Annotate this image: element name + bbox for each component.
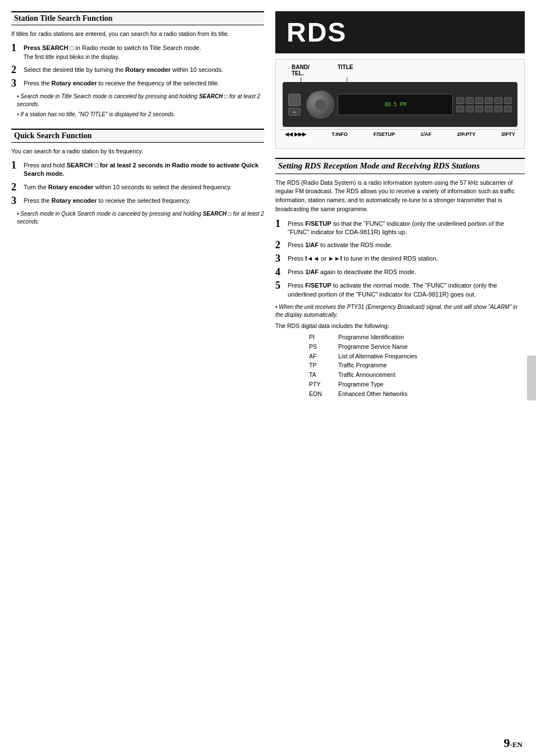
qs-step-1-content: Press and hold SEARCH □ for at least 2 s…: [24, 161, 264, 179]
rds-step-num-2: 2: [275, 240, 284, 250]
rds-code-ta: TA: [309, 370, 329, 380]
rds-code-ps: PS: [309, 342, 329, 352]
qs-step-number-3: 3: [11, 195, 20, 206]
rds-step-3: 3 Press I◄◄ or ►►I to tune in the desire…: [275, 254, 525, 263]
rds-desc-ta: Traffic Announcement: [338, 370, 525, 380]
rds-step-4: 4 Press 1/AF again to deactivate the RDS…: [275, 268, 525, 277]
station-title-section-header: Station Title Search Function: [11, 11, 264, 25]
rds-code-pty: PTY: [309, 380, 329, 389]
step-number-1: 1: [11, 43, 20, 61]
rds-step-num-4: 4: [275, 267, 284, 277]
rds-step-num-5: 5: [275, 280, 284, 299]
right-column: RDS BAND/TEL. TITLE ▲: [275, 11, 525, 745]
device-btn-9: [475, 106, 483, 112]
rds-code-pi: PI: [309, 333, 329, 342]
station-title-step-3: 3 Press the Rotary encoder to receive th…: [11, 79, 264, 88]
station-title-step-2: 2 Select the desired title by turning th…: [11, 66, 264, 75]
bottom-label-tinfo: T.INFO: [331, 131, 348, 137]
qs-step-3-content: Press the Rotary encoder to receive the …: [24, 197, 190, 206]
rds-table-intro: The RDS digital data includes the follow…: [275, 322, 525, 329]
step-1-sub: The first title input blinks in the disp…: [24, 53, 201, 61]
qs-step-number-1: 1: [11, 160, 20, 179]
rds-step-1: 1 Press F/SETUP so that the "FUNC" indic…: [275, 220, 525, 237]
quick-search-heading: Quick Search Function: [14, 131, 92, 140]
rds-label: RDS: [287, 17, 347, 47]
device-btn-10: [485, 106, 493, 112]
rds-header: RDS: [275, 11, 525, 53]
page-suffix: -EN: [510, 740, 523, 749]
station-title-intro: If titles for radio stations are entered…: [11, 30, 264, 38]
page-number: 9-EN: [504, 736, 523, 750]
rds-desc-tp: Traffic Programme: [338, 361, 525, 370]
rds-step-1-content: Press F/SETUP so that the "FUNC" indicat…: [288, 220, 525, 237]
title-label: TITLE: [338, 64, 353, 76]
band-tel-label: BAND/TEL.: [292, 64, 310, 76]
step-3-content: Press the Rotary encoder to receive the …: [24, 79, 220, 88]
rds-code-tp: TP: [309, 361, 329, 370]
qs-bullet-1: Search mode in Quick Search mode is canc…: [17, 210, 264, 226]
step-1-content: Press SEARCH □ in Radio mode to switch t…: [24, 44, 201, 61]
qs-step-2-content: Turn the Rotary encoder within 10 second…: [24, 183, 231, 192]
device-btn-1: [456, 97, 464, 104]
rds-table-row-ta: TA Traffic Announcement: [309, 370, 525, 380]
device-bottom-labels: ◀◀ ▶▶▶ T.INFO F/SETUP 1/AF 2/P.PTY 3/PTY: [280, 129, 520, 137]
rds-table-row-eon: EON Enhanced Other Networks: [309, 389, 525, 399]
bottom-label-1af: 1/AF: [420, 131, 431, 137]
rds-desc-eon: Enhanced Other Networks: [338, 389, 525, 399]
bottom-label-arrows: ◀◀ ▶▶▶: [285, 131, 306, 137]
qs-step-number-2: 2: [11, 182, 20, 192]
display-text: 88.5 FM: [385, 102, 406, 107]
bottom-label-3pty: 3/PTY: [501, 131, 515, 137]
rds-bullet-note: When the unit receives the PTY31 (Emerge…: [275, 303, 525, 319]
device-btn-2: [466, 97, 474, 104]
rds-table-row-tp: TP Traffic Programme: [309, 361, 525, 370]
station-bullet-2: If a station has no title, "NO TITLE" is…: [17, 111, 264, 119]
rds-code-af: AF: [309, 352, 329, 361]
rds-step-5-content: Press F/SETUP to activate the normal mod…: [288, 281, 525, 299]
bottom-label-fsetup: F/SETUP: [374, 131, 395, 137]
station-title-heading: Station Title Search Function: [14, 14, 112, 22]
device-btn-6: [504, 97, 512, 104]
rds-reception-heading: Setting RDS Reception Mode and Receiving…: [278, 161, 480, 170]
device-btn-11: [494, 106, 502, 112]
rds-desc-pty: Programme Type: [338, 380, 525, 389]
device-btn-12: [504, 106, 512, 112]
step-number-2: 2: [11, 65, 20, 75]
rds-reception-section-header: Setting RDS Reception Mode and Receiving…: [275, 158, 525, 174]
left-column: Station Title Search Function If titles …: [11, 11, 264, 745]
rds-table-row-ps: PS Programme Service Name: [309, 342, 525, 352]
rds-step-3-content: Press I◄◄ or ►►I to tune in the desired …: [288, 254, 438, 263]
rds-step-num-1: 1: [275, 218, 284, 237]
page-num-value: 9: [504, 736, 510, 750]
quick-search-step-3: 3 Press the Rotary encoder to receive th…: [11, 197, 264, 206]
device-btn-3: [475, 97, 483, 104]
rds-code-eon: EON: [309, 389, 329, 399]
rds-step-num-3: 3: [275, 253, 284, 263]
device-btn-4: [485, 97, 493, 104]
device-btn-7: [456, 106, 464, 112]
rds-desc-ps: Programme Service Name: [338, 342, 525, 352]
quick-search-intro: You can search for a radio station by it…: [11, 147, 264, 156]
station-bullet-1: Search mode in Title Search mode is canc…: [17, 93, 264, 108]
step-2-content: Select the desired title by turning the …: [24, 66, 223, 75]
device-body: ▲ 88.5 FM: [283, 82, 517, 127]
device-display: 88.5 FM: [338, 94, 453, 115]
rds-step-5: 5 Press F/SETUP to activate the normal m…: [275, 281, 525, 299]
device-knob: [306, 90, 334, 119]
rds-step-2-content: Press 1/AF to activate the RDS mode.: [288, 241, 392, 250]
rds-step-2: 2 Press 1/AF to activate the RDS mode.: [275, 241, 525, 250]
device-diagram: BAND/TEL. TITLE ▲: [275, 59, 525, 149]
rds-table-row-af: AF List of Alternative Frequencies: [309, 352, 525, 361]
station-title-step-1: 1 Press SEARCH □ in Radio mode to switch…: [11, 44, 264, 61]
device-btn-8: [466, 106, 474, 112]
rds-table-row-pi: PI Programme Identification: [309, 333, 525, 342]
bottom-label-2ppty: 2/P.PTY: [457, 131, 475, 137]
quick-search-section-header: Quick Search Function: [11, 129, 264, 143]
quick-search-step-2: 2 Turn the Rotary encoder within 10 seco…: [11, 183, 264, 192]
step-number-3: 3: [11, 78, 20, 88]
rds-step-4-content: Press 1/AF again to deactivate the RDS m…: [288, 268, 416, 277]
rds-desc-af: List of Alternative Frequencies: [338, 352, 525, 361]
rds-intro-text: The RDS (Radio Data System) is a radio i…: [275, 179, 525, 214]
rds-table-row-pty: PTY Programme Type: [309, 380, 525, 389]
rds-data-table: PI Programme Identification PS Programme…: [309, 333, 525, 399]
